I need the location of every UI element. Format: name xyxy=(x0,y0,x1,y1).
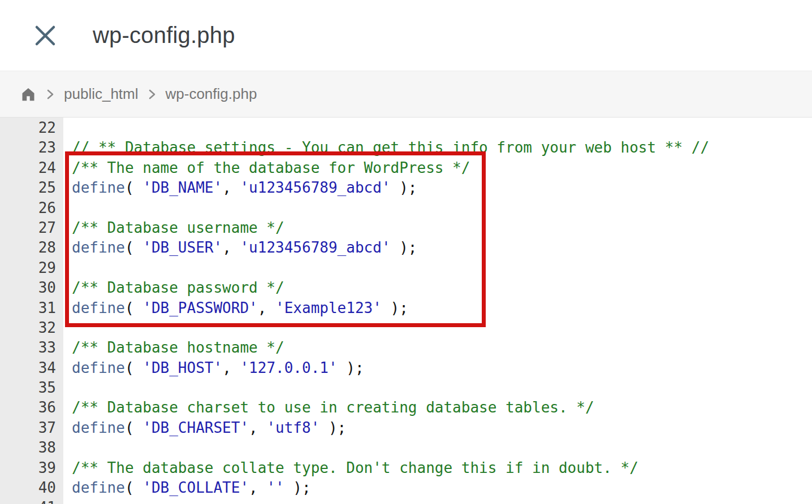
line-number: 26 xyxy=(0,198,56,218)
code-function: define xyxy=(72,239,125,256)
code-line[interactable]: /** The database collate type. Don't cha… xyxy=(72,458,812,478)
code-string: 'utf8' xyxy=(266,419,319,436)
chevron-right-icon xyxy=(148,88,156,101)
line-number: 22 xyxy=(0,118,56,138)
line-number: 34 xyxy=(0,358,56,378)
code-text: ( xyxy=(125,239,142,256)
code-line[interactable] xyxy=(72,498,812,504)
code-string: 'DB_CHARSET' xyxy=(142,419,249,436)
page-title: wp-config.php xyxy=(93,23,235,48)
code-line[interactable]: /** Database charset to use in creating … xyxy=(72,398,812,418)
file-editor-window: wp-config.php public_html wp-config.php … xyxy=(0,0,812,504)
chevron-right-icon xyxy=(46,88,54,101)
code-line[interactable]: define( 'DB_USER', 'u123456789_abcd' ); xyxy=(72,238,812,258)
breadcrumb-item-file: wp-config.php xyxy=(166,85,257,103)
code-lines[interactable]: // ** Database settings - You can get th… xyxy=(63,118,812,504)
line-number: 27 xyxy=(0,218,56,238)
code-comment: /** Database password */ xyxy=(72,279,284,296)
code-line[interactable] xyxy=(72,438,812,458)
code-text: , xyxy=(249,479,266,496)
code-string: 'u123456789_abcd' xyxy=(240,239,390,256)
code-text: , xyxy=(222,179,240,196)
code-line[interactable]: /** Database password */ xyxy=(72,278,812,298)
code-text: ); xyxy=(319,419,346,436)
line-number: 23 xyxy=(0,138,56,158)
code-string: '' xyxy=(266,479,284,496)
close-button[interactable] xyxy=(29,20,61,51)
code-line[interactable] xyxy=(72,378,812,398)
code-text: ( xyxy=(125,359,142,376)
code-text: ( xyxy=(125,419,142,436)
line-number: 35 xyxy=(0,378,56,398)
code-line[interactable]: define( 'DB_NAME', 'u123456789_abcd' ); xyxy=(72,178,812,198)
gutter: 2223242526272829303132333435363738394041 xyxy=(0,118,63,504)
line-number: 37 xyxy=(0,418,56,438)
breadcrumb: public_html wp-config.php xyxy=(0,71,812,118)
line-number: 28 xyxy=(0,238,56,258)
code-editor: 2223242526272829303132333435363738394041… xyxy=(0,118,812,504)
code-line[interactable]: define( 'DB_PASSWORD', 'Example123' ); xyxy=(72,298,812,318)
line-number: 38 xyxy=(0,438,56,458)
code-function: define xyxy=(72,359,125,376)
code-text: , xyxy=(222,239,240,256)
code-text: , xyxy=(222,359,240,376)
line-number: 31 xyxy=(0,298,56,318)
home-icon xyxy=(20,86,37,103)
code-text: , xyxy=(249,419,266,436)
line-number: 40 xyxy=(0,478,56,498)
code-comment: /** Database hostname */ xyxy=(72,339,284,356)
code-string: 'DB_HOST' xyxy=(142,359,222,376)
code-line[interactable] xyxy=(72,318,812,338)
code-string: '127.0.0.1' xyxy=(240,359,337,376)
line-number: 39 xyxy=(0,458,56,478)
code-line[interactable]: /** Database username */ xyxy=(72,218,812,238)
code-line[interactable]: /** Database hostname */ xyxy=(72,338,812,358)
code-text: ); xyxy=(391,179,417,196)
code-comment: /** Database charset to use in creating … xyxy=(72,399,594,416)
code-string: 'Example123' xyxy=(275,299,382,316)
code-string: 'DB_PASSWORD' xyxy=(142,299,258,316)
code-comment: /** Database username */ xyxy=(72,219,284,236)
code-text: ); xyxy=(382,299,408,316)
code-text: ); xyxy=(338,359,364,376)
code-line[interactable]: define( 'DB_COLLATE', '' ); xyxy=(72,478,812,498)
code-line[interactable]: define( 'DB_CHARSET', 'utf8' ); xyxy=(72,418,812,438)
close-icon xyxy=(34,25,56,46)
code-line[interactable] xyxy=(72,118,812,138)
code-comment: /** The name of the database for WordPre… xyxy=(72,159,470,176)
code-text: ( xyxy=(125,179,142,196)
line-number: 41 xyxy=(0,498,56,504)
header: wp-config.php xyxy=(0,0,812,71)
code-text: , xyxy=(258,299,275,316)
code-text: ); xyxy=(284,479,311,496)
code-line[interactable]: // ** Database settings - You can get th… xyxy=(72,138,812,158)
code-function: define xyxy=(72,479,125,496)
code-function: define xyxy=(72,179,125,196)
code-string: 'DB_USER' xyxy=(142,239,222,256)
code-function: define xyxy=(72,299,125,316)
line-number: 33 xyxy=(0,338,56,358)
code-text: ( xyxy=(125,299,142,316)
breadcrumb-home[interactable] xyxy=(20,86,37,103)
line-number: 24 xyxy=(0,158,56,178)
code-comment: /** The database collate type. Don't cha… xyxy=(72,459,638,476)
code-string: 'u123456789_abcd' xyxy=(240,179,390,196)
code-comment: // ** Database settings - You can get th… xyxy=(72,139,709,156)
code-text: ( xyxy=(125,479,142,496)
code-function: define xyxy=(72,419,125,436)
code-line[interactable]: /** The name of the database for WordPre… xyxy=(72,158,812,178)
code-line[interactable] xyxy=(72,198,812,218)
breadcrumb-item-public-html[interactable]: public_html xyxy=(64,85,139,103)
code-string: 'DB_COLLATE' xyxy=(142,479,249,496)
code-string: 'DB_NAME' xyxy=(142,179,222,196)
code-line[interactable]: define( 'DB_HOST', '127.0.0.1' ); xyxy=(72,358,812,378)
line-number: 25 xyxy=(0,178,56,198)
code-text: ); xyxy=(391,239,417,256)
line-number: 29 xyxy=(0,258,56,278)
line-number: 36 xyxy=(0,398,56,418)
code-line[interactable] xyxy=(72,258,812,278)
line-number: 30 xyxy=(0,278,56,298)
line-number: 32 xyxy=(0,318,56,338)
